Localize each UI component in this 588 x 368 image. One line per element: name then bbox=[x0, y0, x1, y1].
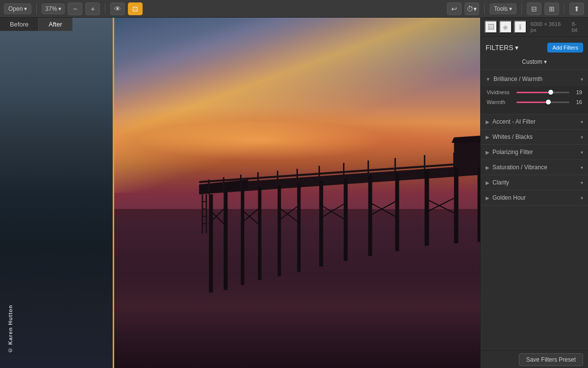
golden-hour-menu-chevron: ▾ bbox=[581, 195, 583, 201]
accent-group-name: Accent - AI Filter bbox=[492, 118, 581, 125]
toolbar-separator-4 bbox=[521, 4, 522, 14]
water-reflection bbox=[114, 210, 480, 368]
saturation-group-name: Saturation / Vibrance bbox=[492, 164, 581, 171]
brilliance-collapse-icon: ▼ bbox=[486, 77, 490, 82]
before-after-tabs: Before After bbox=[0, 18, 73, 31]
tools-button[interactable]: Tools ▾ bbox=[490, 3, 516, 14]
polarizing-group-name: Polarizing Filter bbox=[492, 149, 581, 156]
settings-icon-button[interactable]: ⊟ bbox=[527, 2, 541, 15]
clarity-group-name: Clarity bbox=[492, 179, 581, 186]
saturation-menu-chevron: ▾ bbox=[581, 165, 583, 170]
bottom-bar: Save Filters Preset bbox=[481, 350, 588, 368]
filter-group-whites: ▶ Whites / Blacks ▾ bbox=[481, 130, 588, 145]
after-image bbox=[114, 18, 480, 368]
zoom-in-button[interactable]: + bbox=[85, 2, 100, 15]
custom-dropdown: Custom ▾ bbox=[481, 56, 588, 70]
filter-group-clarity-header[interactable]: ▶ Clarity ▾ bbox=[481, 175, 588, 190]
save-preset-button[interactable]: Save Filters Preset bbox=[519, 353, 583, 366]
tools-chevron-icon: ▾ bbox=[509, 5, 512, 12]
brilliance-group-name: Brilliance / Warmth bbox=[493, 76, 581, 82]
zoom-value: 37% bbox=[45, 5, 57, 12]
panel-header-icons: 🖼 ◈ ℹ 6000 × 3616 px 8-bit bbox=[481, 18, 588, 37]
info-button[interactable]: ℹ bbox=[514, 21, 527, 33]
whites-expand-icon: ▶ bbox=[486, 134, 490, 140]
toolbar: Open ▾ 37% ▾ − + 👁 ⊡ ↩ ⏱ ▾ Tools ▾ ⊟ ⊞ ⬆ bbox=[0, 0, 588, 18]
open-button[interactable]: Open ▾ bbox=[4, 3, 31, 14]
golden-hour-group-name: Golden Hour bbox=[492, 194, 581, 201]
bit-depth: 8-bit bbox=[572, 21, 582, 33]
filter-group-polarizing: ▶ Polarizing Filter ▾ bbox=[481, 145, 588, 160]
history-button[interactable]: ⏱ ▾ bbox=[465, 2, 479, 15]
split-view-icon: ⊡ bbox=[132, 5, 138, 13]
canvas-area: Before After © Karen Hutton bbox=[0, 18, 480, 368]
before-tab[interactable]: Before bbox=[0, 18, 39, 31]
history-chevron-icon: ▾ bbox=[473, 5, 477, 13]
after-tab[interactable]: After bbox=[39, 18, 72, 31]
eye-icon: 👁 bbox=[114, 5, 121, 13]
before-photo bbox=[0, 18, 113, 368]
warmth-fill bbox=[516, 102, 548, 103]
zoom-chevron-icon: ▾ bbox=[58, 5, 61, 12]
zoom-out-icon: − bbox=[73, 5, 77, 13]
right-panel: 🖼 ◈ ℹ 6000 × 3616 px 8-bit FILTERS ▾ Add… bbox=[480, 18, 588, 368]
filter-group-brilliance-header[interactable]: ▼ Brilliance / Warmth ▾ bbox=[481, 72, 588, 86]
image-dimensions: 6000 × 3616 px bbox=[531, 21, 568, 33]
toolbar-separator-1 bbox=[36, 4, 37, 14]
filter-group-accent-header[interactable]: ▶ Accent - AI Filter ▾ bbox=[481, 114, 588, 129]
zoom-display: 37% ▾ bbox=[42, 3, 65, 14]
settings-icon: ⊟ bbox=[531, 5, 537, 13]
vividness-track[interactable] bbox=[516, 92, 569, 93]
layers-button[interactable]: ◈ bbox=[499, 21, 512, 33]
undo-icon: ↩ bbox=[451, 5, 457, 13]
filters-chevron-icon: ▾ bbox=[515, 44, 518, 52]
golden-hour-expand-icon: ▶ bbox=[486, 195, 490, 201]
watermark: © Karen Hutton bbox=[7, 305, 13, 353]
filter-group-polarizing-header[interactable]: ▶ Polarizing Filter ▾ bbox=[481, 145, 588, 159]
filter-group-golden-hour: ▶ Golden Hour ▾ bbox=[481, 190, 588, 206]
after-label: After bbox=[49, 21, 62, 28]
export-button[interactable]: ⬆ bbox=[569, 2, 584, 15]
accent-menu-chevron: ▾ bbox=[581, 119, 583, 125]
clarity-expand-icon: ▶ bbox=[486, 180, 490, 185]
filter-group-golden-hour-header[interactable]: ▶ Golden Hour ▾ bbox=[481, 190, 588, 205]
filter-group-saturation-header[interactable]: ▶ Saturation / Vibrance ▾ bbox=[481, 160, 588, 175]
undo-button[interactable]: ↩ bbox=[447, 2, 462, 15]
warmth-slider-row: Warmth 16 bbox=[487, 99, 582, 105]
layers-icon: ◈ bbox=[503, 23, 508, 31]
filters-section: FILTERS ▾ Add Filters Custom ▾ ▼ Brillia… bbox=[481, 37, 588, 350]
split-divider[interactable] bbox=[113, 18, 114, 368]
vividness-label: Vividness bbox=[487, 89, 514, 95]
adjustments-icon: ⊞ bbox=[549, 5, 555, 13]
filter-group-clarity: ▶ Clarity ▾ bbox=[481, 175, 588, 190]
split-view-button[interactable]: ⊡ bbox=[128, 2, 143, 15]
filter-group-saturation: ▶ Saturation / Vibrance ▾ bbox=[481, 160, 588, 175]
open-chevron-icon: ▾ bbox=[24, 5, 27, 12]
history-icon: ⏱ bbox=[466, 5, 473, 13]
filter-group-accent: ▶ Accent - AI Filter ▾ bbox=[481, 114, 588, 130]
saturation-expand-icon: ▶ bbox=[486, 165, 490, 170]
filters-title: FILTERS ▾ bbox=[486, 44, 518, 52]
vividness-thumb bbox=[548, 90, 553, 95]
before-image: © Karen Hutton bbox=[0, 18, 113, 368]
open-label: Open bbox=[8, 5, 23, 12]
custom-select[interactable]: Custom ▾ bbox=[522, 58, 546, 65]
zoom-in-icon: + bbox=[91, 5, 95, 13]
add-filters-button[interactable]: Add Filters bbox=[547, 43, 583, 53]
warmth-label: Warmth bbox=[487, 99, 514, 105]
vividness-slider-row: Vividness 19 bbox=[487, 89, 582, 95]
toolbar-separator-2 bbox=[105, 4, 105, 14]
vividness-fill bbox=[516, 92, 551, 93]
accent-expand-icon: ▶ bbox=[486, 119, 490, 125]
filter-group-whites-header[interactable]: ▶ Whites / Blacks ▾ bbox=[481, 130, 588, 144]
filter-group-brilliance: ▼ Brilliance / Warmth ▾ Vividness 19 bbox=[481, 72, 588, 114]
adjustments-icon-button[interactable]: ⊞ bbox=[544, 2, 559, 15]
sunset-glow bbox=[114, 105, 480, 176]
clarity-menu-chevron: ▾ bbox=[581, 180, 583, 185]
eye-preview-button[interactable]: 👁 bbox=[110, 2, 125, 15]
export-icon: ⬆ bbox=[574, 5, 580, 13]
warmth-track[interactable] bbox=[516, 102, 569, 103]
image-view-button[interactable]: 🖼 bbox=[485, 21, 497, 33]
tools-label: Tools bbox=[494, 5, 508, 12]
zoom-out-button[interactable]: − bbox=[68, 2, 82, 15]
toolbar-separator-5 bbox=[564, 4, 564, 14]
